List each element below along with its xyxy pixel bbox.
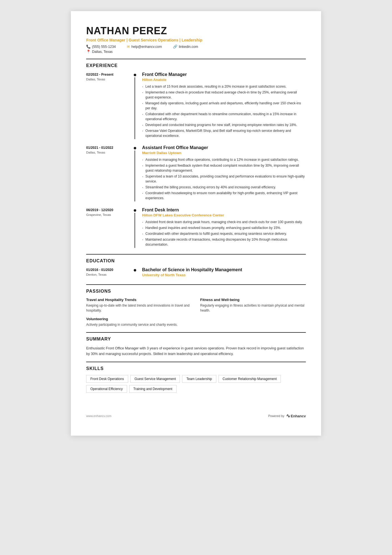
passion-title-3: Volunteering [86,317,192,321]
bullet-item: Streamlined the billing process, reducin… [142,185,306,190]
bullet-item: Managed daily operations, including gues… [142,101,306,111]
header: NATHAN PEREZ Front Office Manager | Gues… [86,25,306,54]
bullet-item: Oversaw Valet Operations, Market/Gift Sh… [142,128,306,138]
brand-name: Enhancv [291,414,306,418]
timeline-line-3 [135,213,135,248]
location-icon: 📍 [86,50,91,54]
skill-tag: Customer Relationship Management [219,375,281,383]
date-3: 06/2019 - 12/2020 [86,208,132,212]
website-item: 🔗 linkedin.com [173,45,198,49]
header-divider [86,59,306,59]
education-divider [86,254,306,255]
skill-tag: Training and Development [129,385,177,393]
bullets-3: Assisted front desk team during peak hou… [142,219,306,247]
summary-title: SUMMARY [86,337,306,342]
bullet-item: Led a team of 15 front desk associates, … [142,84,306,89]
location-3: Grapevine, Texas [86,213,132,216]
timeline-dot-2 [134,147,136,149]
passion-desc-3: Actively participating in community serv… [86,322,192,327]
location-1: Dallas, Texas [86,78,132,81]
date-col-1: 02/2022 - Present Dallas, Texas [86,72,132,139]
bullet-item: Supervised a team of 10 associates, prov… [142,174,306,184]
passions-divider [86,284,306,285]
edu-degree: Bachelor of Science in Hospitality Manag… [142,267,306,272]
email-item: ✉ help@enhancv.com [127,45,162,49]
timeline-dot-1 [134,74,136,76]
bullet-item: Assisted front desk team during peak hou… [142,219,306,225]
passion-title-2: Fitness and Well-being [200,298,306,302]
passions-grid: Travel and Hospitality Trends Keeping up… [86,298,306,327]
job-title-3: Front Desk Intern [142,208,306,213]
company-2: Marriott Dallas Uptown [142,151,306,155]
job-title-1: Front Office Manager [142,72,306,77]
bullet-item: Coordinated with other departments to fu… [142,231,306,236]
company-3: Hilton DFW Lakes Executive Conference Ce… [142,213,306,217]
date-1: 02/2022 - Present [86,73,132,77]
summary-text: Enthusiastic Front Office Manager with 3… [86,346,306,357]
edu-date: 01/2016 - 01/2020 [86,268,132,272]
summary-divider [86,332,306,333]
skill-tag: Team Leadership [182,375,216,383]
skill-tag: Front Desk Operations [86,375,128,383]
candidate-name: NATHAN PEREZ [86,25,306,37]
passion-item-2: Fitness and Well-being Regularly engagin… [200,298,306,313]
date-col-2: 01/2021 - 01/2022 Dallas, Texas [86,145,132,201]
experience-item-2: 01/2021 - 01/2022 Dallas, Texas Assistan… [86,145,306,201]
education-title: EDUCATION [86,258,306,263]
edu-content: Bachelor of Science in Hospitality Manag… [138,267,306,279]
date-2: 01/2021 - 01/2022 [86,146,132,150]
bullet-item: Assisted in managing front office operat… [142,157,306,162]
bullet-item: Developed and conducted training program… [142,122,306,127]
content-col-3: Front Desk Intern Hilton DFW Lakes Execu… [138,208,306,248]
timeline-dot-3 [134,209,136,212]
bullets-2: Assisted in managing front office operat… [142,157,306,201]
passion-item-1: Travel and Hospitality Trends Keeping up… [86,298,192,313]
phone-value: (555) 555-1234 [92,45,116,49]
passion-desc-1: Keeping up-to-date with the latest trend… [86,303,192,313]
edu-school: University of North Texas [142,273,306,277]
timeline-line-2 [135,151,135,201]
edu-date-col: 01/2016 - 01/2020 Denton, Texas [86,267,132,279]
passions-section: PASSIONS Travel and Hospitality Trends K… [86,289,306,327]
bullet-item: Implemented a guest feedback system that… [142,163,306,173]
timeline-2 [132,145,138,201]
skill-tag: Operational Efficiency [86,385,127,393]
email-value: help@enhancv.com [131,45,162,49]
website-value: linkedin.com [179,45,198,49]
timeline-3 [132,208,138,248]
resume-page: NATHAN PEREZ Front Office Manager | Gues… [71,11,321,436]
passion-desc-2: Regularly engaging in fitness activities… [200,303,306,313]
passions-title: PASSIONS [86,289,306,294]
passion-item-3: Volunteering Actively participating in c… [86,317,192,327]
skills-section: SKILLS Front Desk Operations Guest Servi… [86,366,306,395]
powered-by-text: Powered by [268,414,284,418]
experience-title: EXPERIENCE [86,63,306,68]
bullet-item: Handled guest inquiries and resolved iss… [142,225,306,230]
content-col-2: Assistant Front Office Manager Marriott … [138,145,306,201]
footer-url: www.enhancv.com [86,414,111,418]
footer-brand: Powered by ∿ Enhancv [268,413,306,419]
bullets-1: Led a team of 15 front desk associates, … [142,84,306,138]
company-1: Hilton Anatole [142,78,306,82]
edu-dot [134,269,136,272]
skills-row-1: Front Desk Operations Guest Service Mana… [86,375,306,385]
bullet-item: Collaborated with other department heads… [142,112,306,122]
edu-location: Denton, Texas [86,273,132,276]
logo-icon: ∿ [286,413,290,419]
passion-title-1: Travel and Hospitality Trends [86,298,192,302]
email-icon: ✉ [127,45,130,49]
link-icon: 🔗 [173,45,177,49]
skills-title: SKILLS [86,366,306,371]
enhancv-logo: ∿ Enhancv [286,413,306,419]
timeline-1 [132,72,138,139]
experience-item-1: 02/2022 - Present Dallas, Texas Front Of… [86,72,306,139]
contact-row: 📞 (555) 555-1234 ✉ help@enhancv.com 🔗 li… [86,45,306,49]
bullet-item: Coordinated with housekeeping to ensure … [142,191,306,201]
bullet-item: Implemented a new check-in procedure tha… [142,90,306,100]
phone-icon: 📞 [86,45,91,49]
location-row: 📍 Dallas, Texas [86,50,306,54]
footer: www.enhancv.com Powered by ∿ Enhancv [86,409,306,419]
skills-divider [86,362,306,362]
bullet-item: Maintained accurate records of transacti… [142,237,306,247]
summary-section: SUMMARY Enthusiastic Front Office Manage… [86,337,306,357]
